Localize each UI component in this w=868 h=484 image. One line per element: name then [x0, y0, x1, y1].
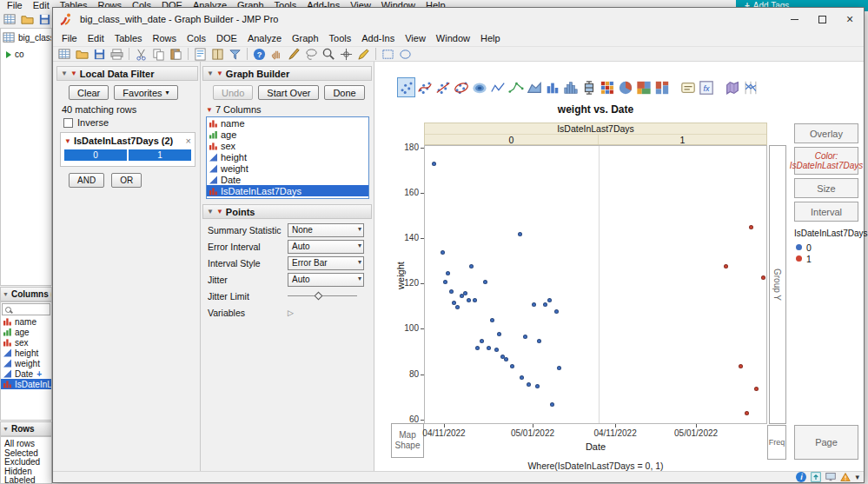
formula-chart-icon[interactable]: fx	[697, 77, 715, 97]
size-zone[interactable]: Size	[794, 178, 858, 198]
column-item-height[interactable]: height	[207, 151, 368, 162]
interval-zone[interactable]: Interval	[794, 202, 858, 222]
scatter-point[interactable]	[443, 280, 447, 284]
filter-segment-1[interactable]: 1	[129, 149, 191, 161]
scatter-point[interactable]	[497, 332, 501, 336]
scatter-point[interactable]	[532, 302, 536, 307]
plot-area[interactable]	[424, 145, 767, 424]
collapse-icon[interactable]: ▼	[207, 70, 214, 77]
column-item-sex[interactable]: sex	[207, 140, 368, 151]
area-chart-icon[interactable]	[525, 77, 543, 97]
color-zone[interactable]: Color: IsDateInLast7Days	[794, 147, 858, 175]
legend-item-0[interactable]: 0	[796, 242, 812, 253]
scatter-point[interactable]	[432, 162, 436, 166]
scatter-point[interactable]	[554, 309, 559, 314]
scatter-point[interactable]	[480, 339, 484, 343]
oval-select-icon[interactable]	[397, 47, 414, 62]
start-over-button[interactable]: Start Over	[258, 85, 319, 100]
scatter-point[interactable]	[739, 364, 743, 368]
scatter-point[interactable]	[504, 357, 508, 361]
bg-script-item[interactable]: co	[1, 47, 51, 62]
menu-doe[interactable]: DOE	[211, 30, 242, 46]
menu-edit[interactable]: Edit	[83, 30, 109, 46]
menu-rows[interactable]: Rows	[148, 30, 182, 46]
info-icon[interactable]: i	[796, 472, 806, 482]
paste-icon[interactable]	[168, 47, 184, 62]
scatter-point[interactable]	[455, 305, 460, 309]
help-icon[interactable]: ?	[251, 47, 268, 62]
scatter-point[interactable]	[749, 225, 753, 229]
data-filter-icon[interactable]	[227, 47, 243, 62]
column-item-weight[interactable]: weight	[1, 358, 51, 368]
jitter-select[interactable]: Auto▾	[288, 273, 364, 287]
rows-item-hidden[interactable]: Hidden	[1, 467, 51, 476]
scatter-point[interactable]	[535, 384, 540, 388]
column-item-age[interactable]: age	[207, 129, 368, 140]
scatter-point[interactable]	[494, 348, 499, 352]
scatter-point[interactable]	[547, 298, 552, 302]
scatter-point[interactable]	[452, 301, 456, 305]
rows-item-labeled[interactable]: Labeled	[1, 475, 51, 484]
scatter-point[interactable]	[543, 302, 547, 307]
line-of-fit-chart-icon[interactable]	[434, 77, 452, 97]
parallel-plot-chart-icon[interactable]	[741, 77, 759, 97]
column-item-weight[interactable]: weight	[207, 162, 368, 174]
inverse-checkbox[interactable]	[63, 118, 73, 128]
column-item-date[interactable]: Date	[207, 174, 368, 185]
scatter-point[interactable]	[469, 264, 474, 269]
rows-item-excluded[interactable]: Excluded	[1, 457, 51, 467]
menu-analyze[interactable]: Analyze	[242, 30, 287, 46]
red-triangle-menu-icon[interactable]: ▼	[70, 70, 77, 77]
column-item-age[interactable]: age	[1, 327, 51, 337]
menu-cols[interactable]: Cols	[182, 30, 211, 46]
column-item-name[interactable]: name	[207, 117, 368, 129]
clear-button[interactable]: Clear	[69, 85, 109, 100]
pie-chart-icon[interactable]	[616, 77, 634, 97]
menu-tools[interactable]: Tools	[324, 30, 357, 46]
heatmap-chart-icon[interactable]	[598, 77, 616, 97]
box-plot-chart-icon[interactable]	[580, 77, 598, 97]
open-icon[interactable]	[19, 12, 35, 27]
scatter-point[interactable]	[467, 298, 471, 302]
annotate-icon[interactable]	[355, 47, 372, 62]
scatter-point[interactable]	[487, 346, 491, 350]
scatter-point[interactable]	[518, 232, 522, 236]
save-icon[interactable]	[91, 47, 108, 62]
treemap-chart-icon[interactable]	[634, 77, 653, 97]
menu-view[interactable]: View	[400, 30, 431, 46]
scatter-point[interactable]	[754, 387, 759, 391]
script-editor-icon[interactable]	[192, 47, 209, 62]
map-shape-chart-icon[interactable]	[723, 77, 741, 97]
menu-file[interactable]: File	[2, 0, 28, 11]
cut-icon[interactable]	[133, 47, 149, 62]
scatter-point[interactable]	[724, 264, 728, 269]
error-interval-select[interactable]: Auto▾	[288, 240, 364, 254]
magnifier-icon[interactable]	[321, 47, 337, 62]
scatter-point[interactable]	[441, 250, 445, 255]
bg-columns-header[interactable]: ▼ Columns (	[0, 287, 52, 302]
scatter-point[interactable]	[520, 375, 524, 380]
brush-icon[interactable]	[286, 47, 302, 62]
caret-down-icon[interactable]: ▾	[855, 473, 859, 481]
menu-graph[interactable]: Graph	[287, 30, 324, 46]
mosaic-chart-icon[interactable]	[653, 77, 671, 97]
menu-add-ins[interactable]: Add-Ins	[356, 30, 400, 46]
bg-table-item[interactable]: big_class...	[1, 29, 51, 47]
scatter-point[interactable]	[537, 339, 541, 343]
column-item-sex[interactable]: sex	[1, 337, 51, 348]
bg-rows-header[interactable]: ▼ Rows	[0, 421, 52, 436]
points-chart-icon[interactable]	[397, 77, 415, 97]
journal-icon[interactable]	[209, 47, 226, 62]
histogram-chart-icon[interactable]	[561, 77, 580, 97]
favorites-button[interactable]: Favorites▾	[114, 85, 177, 100]
scatter-point[interactable]	[446, 271, 450, 275]
display-icon[interactable]	[825, 472, 836, 482]
points-red-triangle-icon[interactable]: ▼	[216, 208, 223, 215]
scatter-point[interactable]	[483, 280, 487, 284]
columns-search-box[interactable]	[2, 303, 50, 315]
scatter-point[interactable]	[527, 382, 531, 387]
overlay-zone[interactable]: Overlay	[794, 123, 858, 143]
smoother-chart-icon[interactable]	[415, 77, 434, 97]
columns-red-triangle-icon[interactable]: ▼	[206, 106, 213, 114]
scatter-point[interactable]	[557, 366, 561, 370]
